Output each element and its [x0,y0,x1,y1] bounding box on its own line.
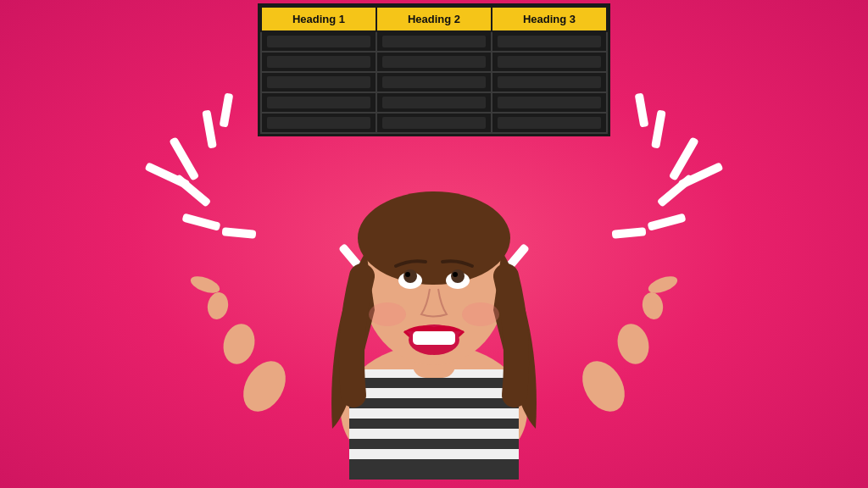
cell-bar [267,97,370,108]
cell-bar [267,117,370,129]
cell-bar [498,56,601,68]
table-cell [376,72,492,92]
table-row [261,52,607,72]
table-cell [261,52,376,72]
cell-bar [267,56,370,68]
svg-point-46 [462,302,499,326]
table-cell [492,113,607,133]
cell-bar [382,56,486,68]
table-cell [376,52,492,72]
svg-rect-30 [349,398,519,408]
cell-bar [498,97,601,108]
table-row [261,113,607,133]
table-cell [492,72,607,92]
cell-bar [498,36,601,47]
svg-point-23 [574,353,633,419]
table-cell [261,72,376,92]
table-cell [376,92,492,113]
svg-rect-31 [349,419,519,429]
svg-point-41 [405,272,410,277]
table-heading-2: Heading 2 [376,7,492,31]
svg-point-21 [205,291,230,321]
svg-point-19 [235,353,294,419]
svg-rect-44 [413,331,455,345]
cell-bar [267,76,370,88]
table-cell [492,52,607,72]
svg-rect-33 [349,459,519,480]
cell-bar [382,97,486,108]
table-cell [492,92,607,113]
svg-point-25 [640,291,665,321]
cell-bar [267,36,370,47]
svg-point-39 [403,269,417,283]
svg-point-20 [219,320,259,368]
table-cell [261,31,376,52]
table-cell [376,113,492,133]
table-cell [376,31,492,52]
table-cell [261,113,376,133]
cell-bar [382,36,486,47]
svg-rect-29 [349,378,519,388]
svg-point-45 [369,302,406,326]
table-heading-1: Heading 1 [261,7,376,31]
data-table: Heading 1 Heading 2 Heading 3 [260,6,608,134]
woman-figure [171,107,697,488]
cell-bar [498,117,601,129]
cell-bar [382,76,486,88]
data-table-container: Heading 1 Heading 2 Heading 3 [258,3,610,136]
cell-bar [382,117,486,129]
table-row [261,92,607,113]
cell-bar [498,76,601,88]
table-row [261,72,607,92]
svg-rect-32 [349,439,519,449]
svg-point-40 [451,269,465,283]
table-row [261,31,607,52]
table-cell [261,92,376,113]
svg-point-36 [358,191,510,285]
table-cell [492,31,607,52]
table-heading-3: Heading 3 [492,7,607,31]
svg-point-24 [613,320,653,368]
svg-point-42 [453,272,458,277]
